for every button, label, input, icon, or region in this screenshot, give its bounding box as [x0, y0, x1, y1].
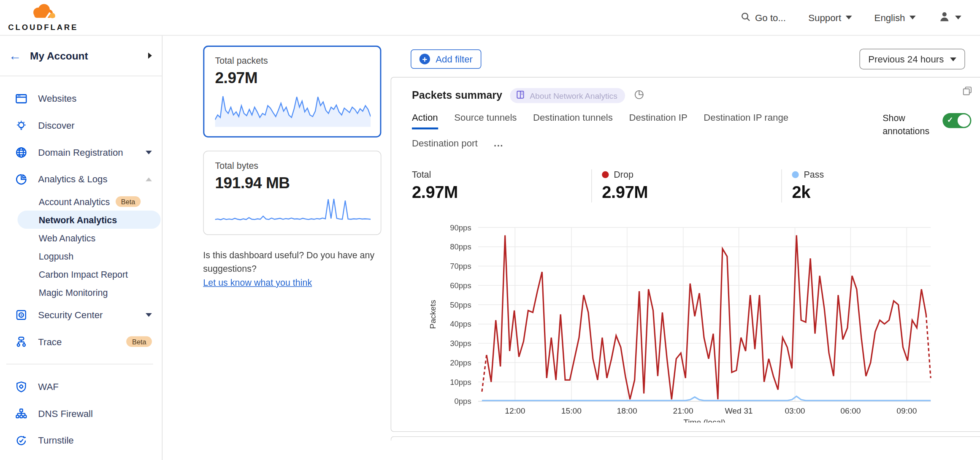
- chevron-right-icon[interactable]: [148, 52, 152, 59]
- book-icon: [515, 90, 525, 101]
- svg-text:50pps: 50pps: [450, 300, 471, 309]
- chevron-down-icon: [955, 16, 961, 19]
- stat-value: 2k: [792, 183, 971, 203]
- svg-text:20pps: 20pps: [450, 358, 471, 367]
- tabs-overflow-button[interactable]: ...: [494, 138, 504, 153]
- support-label: Support: [808, 12, 841, 23]
- legend-dot: [792, 171, 799, 178]
- about-network-analytics-badge[interactable]: About Network Analytics: [510, 88, 625, 103]
- language-menu[interactable]: English: [874, 12, 916, 23]
- sidebar-item-analytics-logs[interactable]: Analytics & Logs: [0, 165, 162, 192]
- card-title: Total packets: [215, 56, 369, 66]
- sidebar-item-label: WAF: [38, 381, 152, 392]
- sidebar-item-dns-firewall[interactable]: DNS Firewall: [0, 400, 162, 427]
- tab-action[interactable]: Action: [412, 112, 438, 129]
- sidebar-item-domain-registration[interactable]: Domain Registration: [0, 139, 162, 166]
- sidebar-divider: [6, 364, 153, 364]
- card-sparkline: [215, 196, 371, 225]
- svg-text:60pps: 60pps: [450, 281, 471, 290]
- sidebar-item-turnstile[interactable]: Turnstile: [0, 427, 162, 454]
- goto-search[interactable]: Go to...: [741, 11, 786, 23]
- sidebar-item-security-center[interactable]: Security Center: [0, 301, 162, 328]
- legend-dot: [602, 171, 609, 178]
- feedback-question: Is this dashboard useful? Do you have an…: [203, 250, 374, 273]
- card-total-bytes[interactable]: Total bytes191.94 MB: [203, 151, 381, 235]
- sidebar: ← My Account WebsitesDiscoverDomain Regi…: [0, 35, 162, 460]
- feedback-block: Is this dashboard useful? Do you have an…: [203, 249, 381, 290]
- beta-badge: Beta: [115, 196, 141, 207]
- back-arrow-icon[interactable]: ←: [9, 49, 22, 62]
- stat-label: Drop: [614, 169, 633, 179]
- show-annotations-toggle[interactable]: ✓: [942, 113, 971, 128]
- sidebar-item-label: Security Center: [38, 309, 135, 320]
- stat-divider: [591, 169, 592, 202]
- sidebar-subitem-network-analytics[interactable]: Network Analytics: [17, 211, 160, 229]
- sidebar-subitem-web-analytics[interactable]: Web Analytics: [0, 229, 162, 247]
- packets-summary-panel: Packets summary About Network Analytics: [391, 77, 980, 432]
- svg-text:10pps: 10pps: [450, 378, 471, 387]
- stat-value: 2.97M: [412, 183, 591, 203]
- svg-text:09:00: 09:00: [896, 406, 917, 415]
- tab-destination-port[interactable]: Destination port: [412, 138, 478, 153]
- sidebar-item-label: Websites: [38, 93, 152, 104]
- summary-cards-column: Total packets2.97MTotal bytes191.94 MB I…: [203, 46, 381, 460]
- sidebar-item-label: Trace: [38, 336, 116, 347]
- svg-text:70pps: 70pps: [450, 262, 471, 271]
- stat-value: 2.97M: [602, 183, 781, 203]
- add-filter-button[interactable]: + Add filter: [411, 49, 482, 69]
- svg-text:80pps: 80pps: [450, 242, 471, 251]
- sidebar-item-label: DNS Firewall: [38, 408, 152, 419]
- cloudflare-logo[interactable]: CLOUDFLARE: [8, 3, 78, 32]
- support-menu[interactable]: Support: [808, 12, 852, 23]
- sidebar-subitem-logpush[interactable]: Logpush: [0, 247, 162, 265]
- packets-line-chart: 0pps10pps20pps30pps40pps50pps60pps70pps8…: [412, 221, 971, 422]
- user-icon: [938, 10, 951, 24]
- pie-chart-icon[interactable]: [633, 89, 644, 102]
- card-total-packets[interactable]: Total packets2.97M: [203, 46, 381, 138]
- sidebar-item-trace[interactable]: TraceBeta: [0, 328, 162, 355]
- svg-text:03:00: 03:00: [785, 406, 805, 415]
- feedback-link[interactable]: Let us know what you think: [203, 277, 312, 287]
- svg-text:30pps: 30pps: [450, 339, 471, 348]
- sidebar-account-row[interactable]: ← My Account: [0, 35, 162, 76]
- sidebar-subitem-carbon-impact-report[interactable]: Carbon Impact Report: [0, 265, 162, 283]
- top-nav: Go to... Support English: [741, 10, 961, 24]
- tab-destination-ip[interactable]: Destination IP: [629, 112, 687, 129]
- sidebar-item-waf[interactable]: WAF: [0, 373, 162, 400]
- tab-destination-ip-range[interactable]: Destination IP range: [704, 112, 788, 129]
- browser-icon: [15, 92, 28, 105]
- tab-destination-tunnels[interactable]: Destination tunnels: [533, 112, 613, 129]
- sidebar-item-label: Discover: [38, 120, 152, 130]
- chevron-down-icon: [845, 16, 852, 19]
- chevron-down-icon: [146, 313, 152, 317]
- globe-icon: [15, 146, 28, 159]
- time-range-select[interactable]: Previous 24 hours: [859, 49, 965, 70]
- svg-text:0pps: 0pps: [455, 397, 471, 406]
- svg-text:Wed 31: Wed 31: [725, 406, 753, 415]
- main-column: + Add filter Previous 24 hours Packets s…: [391, 46, 980, 460]
- logo-wordmark: CLOUDFLARE: [8, 23, 78, 32]
- totals-row: Total2.97MDrop2.97MPass2k: [412, 169, 971, 202]
- svg-text:06:00: 06:00: [840, 406, 861, 415]
- sidebar-subitem-label: Logpush: [39, 251, 73, 261]
- svg-text:Packets: Packets: [428, 300, 437, 329]
- sidebar-subitem-label: Account Analytics: [39, 197, 110, 207]
- cloudflare-dashboard: CLOUDFLARE Go to... Support English: [0, 0, 980, 460]
- sidebar-subitem-label: Carbon Impact Report: [39, 269, 128, 279]
- sidebar-nav: WebsitesDiscoverDomain RegistrationAnaly…: [0, 76, 162, 460]
- chevron-down-icon: [146, 150, 152, 154]
- stat-drop: Drop2.97M: [602, 169, 781, 202]
- sidebar-subitem-account-analytics[interactable]: Account AnalyticsBeta: [0, 192, 162, 211]
- lightbulb-icon: [15, 119, 28, 132]
- duplicate-panel-icon[interactable]: [962, 86, 972, 99]
- sidebar-item-discover[interactable]: Discover: [0, 112, 162, 139]
- sidebar-item-label: Domain Registration: [38, 147, 135, 157]
- tab-source-tunnels[interactable]: Source tunnels: [454, 112, 517, 129]
- sidebar-subitem-magic-monitoring[interactable]: Magic Monitoring: [0, 283, 162, 301]
- account-menu[interactable]: [938, 10, 961, 24]
- sidebar-item-websites[interactable]: Websites: [0, 85, 162, 112]
- stat-label: Total: [412, 169, 431, 179]
- add-filter-label: Add filter: [436, 54, 473, 64]
- stat-label: Pass: [804, 169, 824, 179]
- card-value: 191.94 MB: [215, 174, 369, 192]
